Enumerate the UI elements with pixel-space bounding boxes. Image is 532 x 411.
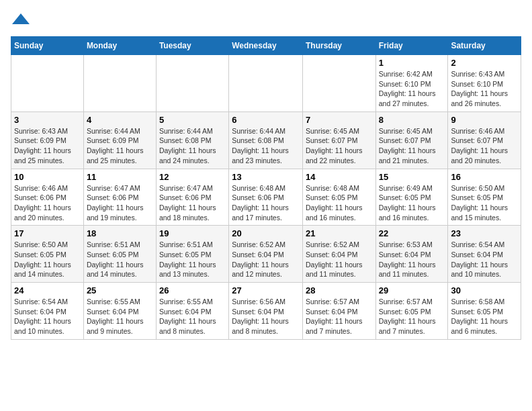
day-number: 24 (14, 285, 81, 295)
day-cell: 28Sunrise: 6:57 AM Sunset: 6:04 PM Dayli… (302, 283, 375, 340)
day-number: 8 (379, 115, 445, 125)
day-number: 15 (379, 172, 445, 182)
day-info: Sunrise: 6:53 AM Sunset: 6:04 PM Dayligh… (379, 240, 445, 279)
day-info: Sunrise: 6:44 AM Sunset: 6:08 PM Dayligh… (159, 126, 226, 166)
day-cell: 22Sunrise: 6:53 AM Sunset: 6:04 PM Dayli… (375, 226, 448, 283)
day-number: 7 (306, 115, 373, 125)
day-info: Sunrise: 6:54 AM Sunset: 6:04 PM Dayligh… (451, 240, 518, 279)
day-number: 23 (451, 228, 518, 238)
day-info: Sunrise: 6:58 AM Sunset: 6:05 PM Dayligh… (451, 297, 518, 336)
day-number: 18 (87, 228, 153, 238)
page-header (11, 11, 521, 31)
logo-icon (11, 11, 31, 31)
day-cell: 9Sunrise: 6:46 AM Sunset: 6:07 PM Daylig… (448, 111, 521, 169)
day-number: 12 (159, 172, 226, 182)
day-number: 9 (451, 115, 518, 125)
day-info: Sunrise: 6:48 AM Sunset: 6:05 PM Dayligh… (306, 183, 373, 223)
logo (11, 11, 34, 31)
calendar: SundayMondayTuesdayWednesdayThursdayFrid… (11, 36, 521, 340)
day-cell: 15Sunrise: 6:49 AM Sunset: 6:05 PM Dayli… (375, 169, 448, 226)
day-info: Sunrise: 6:57 AM Sunset: 6:05 PM Dayligh… (379, 297, 445, 336)
day-number: 6 (232, 115, 300, 125)
day-info: Sunrise: 6:45 AM Sunset: 6:07 PM Dayligh… (379, 126, 445, 166)
day-info: Sunrise: 6:51 AM Sunset: 6:05 PM Dayligh… (159, 240, 226, 279)
day-cell: 8Sunrise: 6:45 AM Sunset: 6:07 PM Daylig… (375, 111, 448, 169)
day-info: Sunrise: 6:47 AM Sunset: 6:06 PM Dayligh… (159, 183, 226, 223)
day-number: 1 (379, 58, 445, 68)
day-cell: 23Sunrise: 6:54 AM Sunset: 6:04 PM Dayli… (448, 226, 521, 283)
day-info: Sunrise: 6:44 AM Sunset: 6:08 PM Dayligh… (232, 126, 300, 166)
day-number: 17 (14, 228, 81, 238)
day-cell: 25Sunrise: 6:55 AM Sunset: 6:04 PM Dayli… (83, 283, 156, 340)
day-number: 10 (14, 172, 81, 182)
day-number: 30 (451, 285, 518, 295)
week-row-4: 17Sunrise: 6:50 AM Sunset: 6:05 PM Dayli… (11, 226, 521, 283)
week-row-5: 24Sunrise: 6:54 AM Sunset: 6:04 PM Dayli… (11, 283, 521, 340)
weekday-header-friday: Friday (375, 37, 448, 55)
day-cell: 30Sunrise: 6:58 AM Sunset: 6:05 PM Dayli… (448, 283, 521, 340)
week-row-2: 3Sunrise: 6:43 AM Sunset: 6:09 PM Daylig… (11, 111, 521, 169)
day-info: Sunrise: 6:46 AM Sunset: 6:07 PM Dayligh… (451, 126, 518, 166)
day-cell: 14Sunrise: 6:48 AM Sunset: 6:05 PM Dayli… (302, 169, 375, 226)
day-cell (11, 55, 84, 112)
day-cell: 13Sunrise: 6:48 AM Sunset: 6:06 PM Dayli… (229, 169, 303, 226)
day-info: Sunrise: 6:45 AM Sunset: 6:07 PM Dayligh… (306, 126, 373, 166)
day-cell: 4Sunrise: 6:44 AM Sunset: 6:09 PM Daylig… (83, 111, 156, 169)
day-info: Sunrise: 6:43 AM Sunset: 6:10 PM Dayligh… (451, 69, 518, 109)
weekday-header-monday: Monday (83, 37, 156, 55)
weekday-header-thursday: Thursday (302, 37, 375, 55)
day-cell: 24Sunrise: 6:54 AM Sunset: 6:04 PM Dayli… (11, 283, 84, 340)
day-number: 26 (159, 285, 226, 295)
day-info: Sunrise: 6:50 AM Sunset: 6:05 PM Dayligh… (14, 240, 81, 279)
day-cell: 7Sunrise: 6:45 AM Sunset: 6:07 PM Daylig… (302, 111, 375, 169)
weekday-header-sunday: Sunday (11, 37, 84, 55)
day-number: 11 (87, 172, 153, 182)
day-info: Sunrise: 6:52 AM Sunset: 6:04 PM Dayligh… (306, 240, 373, 279)
day-number: 20 (232, 228, 300, 238)
day-info: Sunrise: 6:47 AM Sunset: 6:06 PM Dayligh… (87, 183, 153, 223)
weekday-header-wednesday: Wednesday (229, 37, 303, 55)
day-number: 22 (379, 228, 445, 238)
day-number: 28 (306, 285, 373, 295)
day-cell: 19Sunrise: 6:51 AM Sunset: 6:05 PM Dayli… (156, 226, 228, 283)
day-info: Sunrise: 6:55 AM Sunset: 6:04 PM Dayligh… (159, 297, 226, 336)
day-info: Sunrise: 6:46 AM Sunset: 6:06 PM Dayligh… (14, 183, 81, 223)
day-cell: 18Sunrise: 6:51 AM Sunset: 6:05 PM Dayli… (83, 226, 156, 283)
day-number: 4 (87, 115, 153, 125)
day-cell: 5Sunrise: 6:44 AM Sunset: 6:08 PM Daylig… (156, 111, 228, 169)
day-number: 25 (87, 285, 153, 295)
week-row-1: 1Sunrise: 6:42 AM Sunset: 6:10 PM Daylig… (11, 55, 521, 112)
weekday-header-tuesday: Tuesday (156, 37, 228, 55)
day-info: Sunrise: 6:54 AM Sunset: 6:04 PM Dayligh… (14, 297, 81, 336)
day-cell: 27Sunrise: 6:56 AM Sunset: 6:04 PM Dayli… (229, 283, 303, 340)
svg-marker-0 (12, 13, 30, 24)
day-cell: 1Sunrise: 6:42 AM Sunset: 6:10 PM Daylig… (375, 55, 448, 112)
day-info: Sunrise: 6:52 AM Sunset: 6:04 PM Dayligh… (232, 240, 300, 279)
week-row-3: 10Sunrise: 6:46 AM Sunset: 6:06 PM Dayli… (11, 169, 521, 226)
day-cell: 21Sunrise: 6:52 AM Sunset: 6:04 PM Dayli… (302, 226, 375, 283)
day-cell: 20Sunrise: 6:52 AM Sunset: 6:04 PM Dayli… (229, 226, 303, 283)
day-number: 19 (159, 228, 226, 238)
day-cell: 6Sunrise: 6:44 AM Sunset: 6:08 PM Daylig… (229, 111, 303, 169)
day-info: Sunrise: 6:56 AM Sunset: 6:04 PM Dayligh… (232, 297, 300, 336)
day-cell: 16Sunrise: 6:50 AM Sunset: 6:05 PM Dayli… (448, 169, 521, 226)
day-cell: 26Sunrise: 6:55 AM Sunset: 6:04 PM Dayli… (156, 283, 228, 340)
day-info: Sunrise: 6:49 AM Sunset: 6:05 PM Dayligh… (379, 183, 445, 223)
day-cell: 17Sunrise: 6:50 AM Sunset: 6:05 PM Dayli… (11, 226, 84, 283)
day-info: Sunrise: 6:43 AM Sunset: 6:09 PM Dayligh… (14, 126, 81, 166)
day-number: 21 (306, 228, 373, 238)
day-number: 29 (379, 285, 445, 295)
day-info: Sunrise: 6:42 AM Sunset: 6:10 PM Dayligh… (379, 69, 445, 109)
weekday-header-saturday: Saturday (448, 37, 521, 55)
day-number: 5 (159, 115, 226, 125)
day-number: 13 (232, 172, 300, 182)
day-info: Sunrise: 6:57 AM Sunset: 6:04 PM Dayligh… (306, 297, 373, 336)
day-number: 27 (232, 285, 300, 295)
day-info: Sunrise: 6:50 AM Sunset: 6:05 PM Dayligh… (451, 183, 518, 223)
weekday-header-row: SundayMondayTuesdayWednesdayThursdayFrid… (11, 37, 521, 55)
day-cell: 10Sunrise: 6:46 AM Sunset: 6:06 PM Dayli… (11, 169, 84, 226)
day-cell: 3Sunrise: 6:43 AM Sunset: 6:09 PM Daylig… (11, 111, 84, 169)
day-number: 3 (14, 115, 81, 125)
day-cell: 29Sunrise: 6:57 AM Sunset: 6:05 PM Dayli… (375, 283, 448, 340)
day-info: Sunrise: 6:55 AM Sunset: 6:04 PM Dayligh… (87, 297, 153, 336)
